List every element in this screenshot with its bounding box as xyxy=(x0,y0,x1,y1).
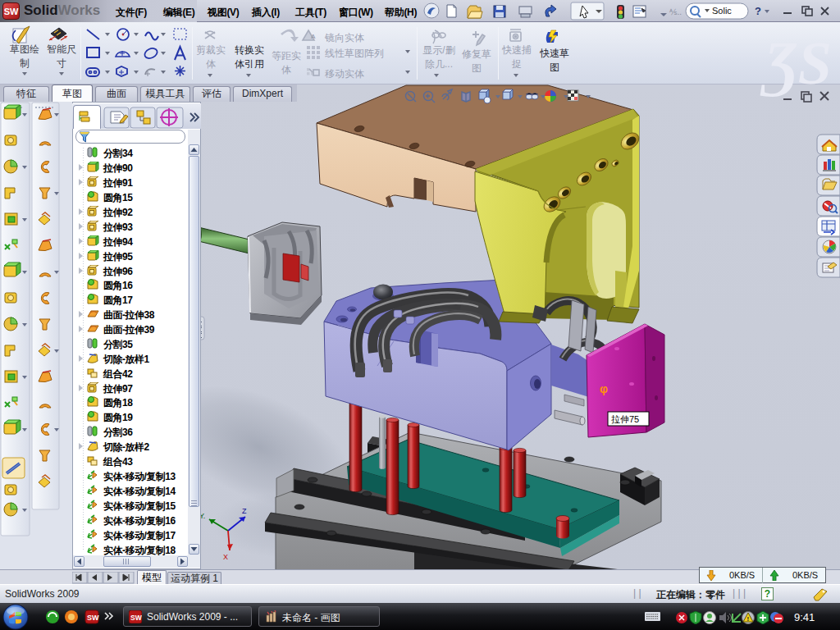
svg-text:⅍..: ⅍.. xyxy=(669,7,682,16)
svg-text:!: ! xyxy=(747,615,750,623)
svg-text:SW: SW xyxy=(130,614,142,622)
svg-text:X: X xyxy=(223,553,228,561)
svg-text:SW: SW xyxy=(87,614,99,622)
svg-text:拉伸75: 拉伸75 xyxy=(611,414,639,424)
svg-text:A: A xyxy=(311,33,316,40)
svg-text:?: ? xyxy=(755,5,761,17)
svg-text:Solic: Solic xyxy=(712,6,732,16)
svg-text:φ: φ xyxy=(600,382,608,395)
svg-text:Z: Z xyxy=(242,507,247,515)
